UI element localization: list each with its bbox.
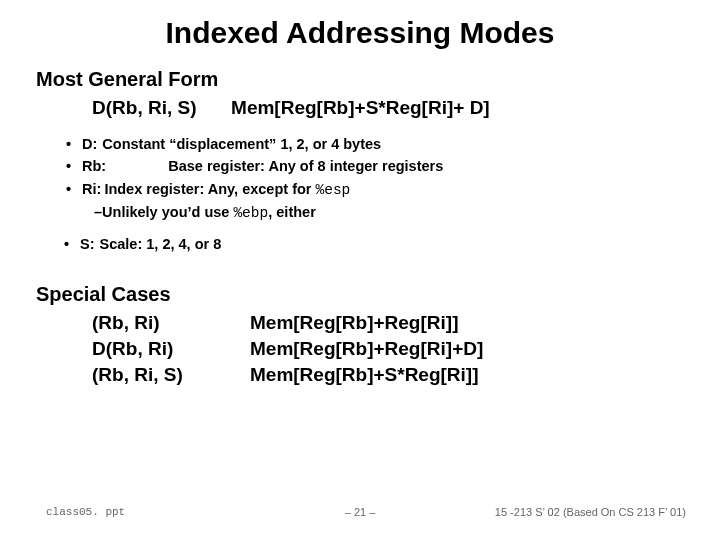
special-heading: Special Cases <box>36 283 684 306</box>
bullet-rb-desc: Base register: Any of 8 integer register… <box>168 158 443 174</box>
footer-right: 15 -213 S’ 02 (Based On CS 213 F’ 01) <box>495 506 686 518</box>
bullet-d: D:Constant “displacement” 1, 2, or 4 byt… <box>64 133 684 155</box>
bullet-ri-reg: %esp <box>316 182 351 198</box>
general-rhs: Mem[Reg[Rb]+S*Reg[Ri]+ D] <box>231 97 490 118</box>
bullet-ri-desc: Index register: Any, except for <box>104 181 315 197</box>
bullet-ri-label: Ri: <box>82 181 101 197</box>
bullet-ri-sub-before: Unlikely you’d use <box>102 204 233 220</box>
sc-rhs-0: Mem[Reg[Rb]+Reg[Ri]] <box>250 312 684 334</box>
general-form-heading: Most General Form <box>36 68 684 91</box>
footer: class05. ppt – 21 – 15 -213 S’ 02 (Based… <box>0 506 720 524</box>
params-list: D:Constant “displacement” 1, 2, or 4 byt… <box>36 133 684 225</box>
bullet-ri: Ri:Index register: Any, except for %esp … <box>64 178 684 225</box>
bullet-ri-sub: Unlikely you’d use %ebp, either <box>66 201 684 224</box>
general-form-line: D(Rb, Ri, S) Mem[Reg[Rb]+S*Reg[Ri]+ D] <box>36 97 684 119</box>
bullet-d-label: D: <box>82 136 97 152</box>
sc-rhs-2: Mem[Reg[Rb]+S*Reg[Ri]] <box>250 364 684 386</box>
bullet-d-desc: Constant “displacement” 1, 2, or 4 bytes <box>102 136 381 152</box>
sc-row-0: (Rb, Ri) Mem[Reg[Rb]+Reg[Ri]] <box>36 312 684 334</box>
bullet-s: S:Scale: 1, 2, 4, or 8 <box>64 233 684 255</box>
bullet-ri-sub-reg: %ebp <box>233 205 268 221</box>
sc-rhs-1: Mem[Reg[Rb]+Reg[Ri]+D] <box>250 338 684 360</box>
sc-lhs-1: D(Rb, Ri) <box>92 338 250 360</box>
sc-row-1: D(Rb, Ri) Mem[Reg[Rb]+Reg[Ri]+D] <box>36 338 684 360</box>
general-lhs: D(Rb, Ri, S) <box>92 97 197 118</box>
bullet-rb: Rb:Base register: Any of 8 integer regis… <box>64 155 684 177</box>
bullet-s-label: S: <box>80 236 95 252</box>
special-cases: Special Cases (Rb, Ri) Mem[Reg[Rb]+Reg[R… <box>36 283 684 386</box>
bullet-ri-sub-after: , either <box>268 204 316 220</box>
sc-row-2: (Rb, Ri, S) Mem[Reg[Rb]+S*Reg[Ri]] <box>36 364 684 386</box>
slide-title: Indexed Addressing Modes <box>36 16 684 50</box>
bullet-rb-label: Rb: <box>82 158 106 174</box>
sc-lhs-2: (Rb, Ri, S) <box>92 364 250 386</box>
slide: Indexed Addressing Modes Most General Fo… <box>0 0 720 540</box>
params-list-2: S:Scale: 1, 2, 4, or 8 <box>36 233 684 255</box>
bullet-s-desc: Scale: 1, 2, 4, or 8 <box>100 236 222 252</box>
sc-lhs-0: (Rb, Ri) <box>92 312 250 334</box>
